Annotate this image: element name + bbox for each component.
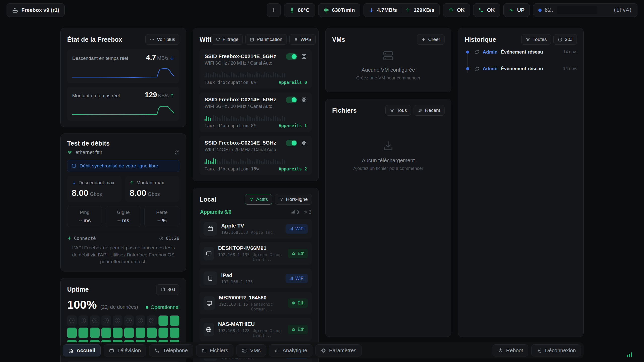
- devices-count: Appareils 2: [279, 166, 307, 171]
- nav-item-telephone[interactable]: Téléphone: [149, 344, 193, 356]
- wifi-schedule-button[interactable]: Planification: [245, 34, 287, 45]
- fan-speed-chip[interactable]: 630T/min: [318, 3, 360, 17]
- plus-icon: [271, 7, 276, 13]
- uptime-day-ok[interactable]: [90, 328, 100, 338]
- files-sort-button[interactable]: Récent: [414, 105, 444, 116]
- wifi-filter-button[interactable]: Filtrage: [211, 34, 243, 45]
- refresh-icon[interactable]: [174, 150, 179, 155]
- uptime-day-ok[interactable]: [170, 328, 179, 338]
- wifi-toggle[interactable]: [286, 53, 297, 60]
- throughput-chip[interactable]: 4.7MB/s 129KB/s: [364, 3, 440, 17]
- uptime-day-ok[interactable]: [136, 328, 145, 338]
- wifi-status-chip[interactable]: OK: [443, 3, 470, 17]
- uptime-day-ok[interactable]: [124, 328, 134, 338]
- download-max-value: 8.00Gbps: [72, 188, 117, 198]
- reboot-button[interactable]: Reboot: [493, 344, 529, 356]
- qr-code-icon[interactable]: [301, 97, 307, 103]
- uptime-day-ok[interactable]: [158, 328, 168, 338]
- nav-item-fichiers[interactable]: Fichiers: [196, 344, 234, 356]
- uptime-day-unknown[interactable]: ?: [147, 315, 156, 326]
- refresh-icon: [475, 66, 479, 71]
- app-title: Freebox v9 (r1): [21, 7, 59, 13]
- card-title: VMs: [332, 36, 345, 43]
- line-status-chip[interactable]: UP: [503, 3, 530, 17]
- uptime-day-ok[interactable]: [158, 315, 168, 326]
- chart-bars-icon: [274, 348, 279, 353]
- funnel-icon: [279, 197, 284, 202]
- uptime-day-unknown[interactable]: ?: [78, 315, 88, 326]
- history-range-button[interactable]: 30J: [553, 34, 577, 45]
- connection-type: ethernet ftth: [75, 150, 102, 155]
- nav-item-parametres[interactable]: Paramètres: [315, 344, 362, 356]
- nav-item-television[interactable]: Télévision: [104, 344, 146, 356]
- uptime-day-ok[interactable]: [170, 315, 179, 326]
- wps-button[interactable]: WPS: [289, 34, 316, 45]
- filter-offline-button[interactable]: Hors-ligne: [275, 194, 312, 205]
- nav-item-analytique[interactable]: Analytique: [269, 344, 312, 356]
- nav-item-accueil[interactable]: Accueil: [63, 344, 101, 356]
- ethernet-icon: [291, 327, 296, 332]
- filter-active-button[interactable]: Actifs: [245, 194, 272, 205]
- history-event[interactable]: Admin Événement réseau 14 nov.: [466, 49, 577, 55]
- device-row[interactable]: MB2000FR_164580 192.168.1.15Panasonic Co…: [199, 292, 312, 314]
- app-logo-chip[interactable]: Freebox v9 (r1): [7, 3, 65, 17]
- phone-status: OK: [487, 7, 495, 13]
- uptime-day-unknown[interactable]: ?: [124, 315, 134, 326]
- logout-button[interactable]: Déconnexion: [531, 344, 581, 356]
- fan-icon: [324, 7, 329, 13]
- download-value: 4.7MB/s: [146, 53, 174, 62]
- device-row[interactable]: NAS-MATHIEU 192.168.1.128Ugreen Group Li…: [199, 318, 312, 341]
- uptime-day-unknown[interactable]: ?: [67, 315, 77, 326]
- upload-value: 129KB/s: [145, 91, 175, 99]
- wifi-toggle[interactable]: [286, 97, 297, 103]
- nav-item-vms[interactable]: VMs: [236, 344, 266, 356]
- wifi-card: Wifi Filtrage Planification WPS: [193, 28, 319, 181]
- uptime-day-unknown[interactable]: ?: [136, 315, 145, 326]
- ping-box: Ping -- ms: [67, 206, 102, 227]
- create-vm-button[interactable]: Créer: [417, 34, 445, 45]
- see-more-button[interactable]: Voir plus: [145, 34, 179, 45]
- ip-redacted: [557, 6, 597, 14]
- upload-arrow-icon: [130, 180, 134, 185]
- jitter-box: Gigue -- ms: [106, 206, 141, 227]
- uptime-day-ok[interactable]: [67, 328, 77, 338]
- card-title: Wifi: [199, 36, 211, 43]
- history-filter-button[interactable]: Toutes: [521, 34, 551, 45]
- phone-status-chip[interactable]: OK: [473, 3, 500, 17]
- uptime-day-unknown[interactable]: ?: [90, 315, 100, 326]
- qr-code-icon[interactable]: [301, 54, 307, 60]
- history-event[interactable]: Admin Événement réseau 14 nov.: [466, 66, 577, 71]
- funnel-icon: [526, 37, 530, 42]
- upload-rate: 129KB/s: [414, 7, 434, 13]
- qr-code-icon[interactable]: [301, 140, 307, 146]
- signal-icon: [289, 276, 293, 281]
- uptime-day-unknown[interactable]: ?: [101, 315, 111, 326]
- temperature-chip[interactable]: 60°C: [284, 3, 315, 17]
- uptime-range-button[interactable]: 30J: [156, 284, 180, 295]
- device-row[interactable]: Apple TV 192.168.1.3Apple Inc. WiFi: [199, 219, 312, 239]
- refresh-icon: [475, 50, 479, 55]
- device-row[interactable]: iPad 192.168.1.175 WiFi: [199, 268, 312, 288]
- sliders-icon: [216, 37, 220, 42]
- uptime-day-unknown[interactable]: ?: [113, 315, 122, 326]
- connection-badge: Eth: [288, 249, 308, 258]
- history-timeline: Admin Événement réseau 14 nov. Admin Évé…: [466, 49, 577, 71]
- column-4: Historique Toutes 30J Admin: [458, 28, 584, 337]
- files-filter-button[interactable]: Tous: [385, 105, 411, 116]
- wifi-network-6ghz: SSID Freebox-C0214E_5GHz WIFI 6GHz / 20 …: [199, 49, 312, 88]
- wifi-status: OK: [457, 7, 465, 13]
- device-icon-box: [204, 222, 217, 236]
- public-ip-chip[interactable]: 82. (IPv4): [533, 3, 637, 17]
- device-icon-box: [204, 323, 214, 336]
- uptime-day-ok[interactable]: [101, 328, 111, 338]
- connection-badge: WiFi: [286, 274, 308, 283]
- speedtest-card: Test de débits ethernet ftth Débit synch…: [60, 133, 186, 272]
- uptime-day-ok[interactable]: [147, 328, 156, 338]
- ethernet-icon: [291, 301, 296, 305]
- wifi-toggle[interactable]: [286, 140, 297, 146]
- device-row[interactable]: DESKTOP-IV66M91 192.168.1.135Ugreen Grou…: [199, 242, 312, 265]
- uptime-day-ok[interactable]: [78, 328, 88, 338]
- uptime-day-ok[interactable]: [113, 328, 122, 338]
- add-widget-button[interactable]: [267, 3, 281, 17]
- line-status: UP: [517, 7, 525, 13]
